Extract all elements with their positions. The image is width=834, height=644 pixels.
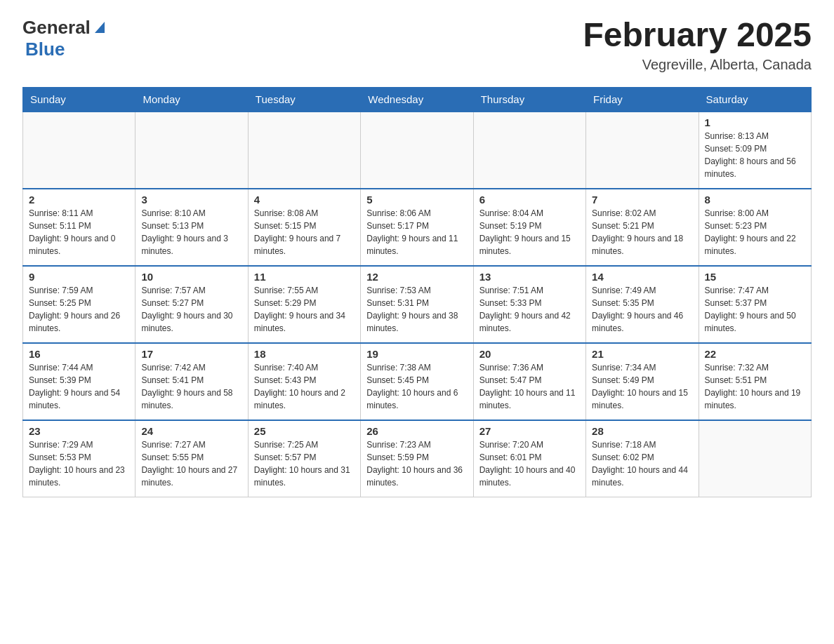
week-row-2: 2Sunrise: 8:11 AMSunset: 5:11 PMDaylight…: [23, 189, 812, 266]
calendar-cell: [23, 112, 135, 189]
column-header-sunday: Sunday: [23, 87, 135, 112]
day-info: Sunrise: 7:34 AMSunset: 5:49 PMDaylight:…: [592, 361, 692, 412]
calendar-cell: 14Sunrise: 7:49 AMSunset: 5:35 PMDayligh…: [586, 266, 699, 343]
column-header-wednesday: Wednesday: [361, 87, 473, 112]
calendar-cell: 21Sunrise: 7:34 AMSunset: 5:49 PMDayligh…: [586, 343, 699, 420]
header-row: SundayMondayTuesdayWednesdayThursdayFrid…: [23, 87, 812, 112]
day-number: 5: [366, 194, 467, 206]
day-info: Sunrise: 7:38 AMSunset: 5:45 PMDaylight:…: [366, 361, 467, 412]
day-number: 17: [141, 348, 241, 360]
day-number: 10: [141, 271, 241, 283]
day-number: 15: [705, 271, 805, 283]
day-info: Sunrise: 7:32 AMSunset: 5:51 PMDaylight:…: [705, 361, 805, 412]
calendar-cell: 8Sunrise: 8:00 AMSunset: 5:23 PMDaylight…: [699, 189, 811, 266]
calendar-cell: 25Sunrise: 7:25 AMSunset: 5:57 PMDayligh…: [248, 420, 360, 497]
calendar-cell: 3Sunrise: 8:10 AMSunset: 5:13 PMDaylight…: [135, 189, 248, 266]
day-number: 7: [592, 194, 692, 206]
day-info: Sunrise: 8:02 AMSunset: 5:21 PMDaylight:…: [592, 207, 692, 257]
calendar-cell: 11Sunrise: 7:55 AMSunset: 5:29 PMDayligh…: [248, 266, 360, 343]
day-number: 21: [592, 348, 692, 360]
day-number: 18: [254, 348, 355, 360]
day-number: 11: [254, 271, 355, 283]
calendar-cell: [361, 112, 473, 189]
day-number: 22: [705, 348, 805, 360]
calendar-cell: 16Sunrise: 7:44 AMSunset: 5:39 PMDayligh…: [23, 343, 135, 420]
calendar-cell: 24Sunrise: 7:27 AMSunset: 5:55 PMDayligh…: [135, 420, 248, 497]
day-info: Sunrise: 8:10 AMSunset: 5:13 PMDaylight:…: [141, 207, 241, 257]
calendar-cell: [699, 420, 811, 497]
day-number: 28: [592, 425, 692, 437]
calendar-cell: 17Sunrise: 7:42 AMSunset: 5:41 PMDayligh…: [135, 343, 248, 420]
day-info: Sunrise: 7:42 AMSunset: 5:41 PMDaylight:…: [141, 361, 241, 412]
calendar-cell: 13Sunrise: 7:51 AMSunset: 5:33 PMDayligh…: [473, 266, 585, 343]
calendar-cell: 27Sunrise: 7:20 AMSunset: 6:01 PMDayligh…: [473, 420, 585, 497]
day-info: Sunrise: 7:40 AMSunset: 5:43 PMDaylight:…: [254, 361, 355, 412]
calendar-cell: 4Sunrise: 8:08 AMSunset: 5:15 PMDaylight…: [248, 189, 360, 266]
calendar-cell: 19Sunrise: 7:38 AMSunset: 5:45 PMDayligh…: [361, 343, 473, 420]
calendar-cell: 12Sunrise: 7:53 AMSunset: 5:31 PMDayligh…: [361, 266, 473, 343]
day-info: Sunrise: 7:53 AMSunset: 5:31 PMDaylight:…: [366, 284, 467, 335]
day-info: Sunrise: 8:11 AMSunset: 5:11 PMDaylight:…: [29, 207, 129, 257]
title-area: February 2025 Vegreville, Alberta, Canad…: [583, 17, 812, 73]
calendar-cell: [586, 112, 699, 189]
calendar-table: SundayMondayTuesdayWednesdayThursdayFrid…: [22, 87, 812, 498]
day-number: 13: [479, 271, 580, 283]
calendar-cell: 9Sunrise: 7:59 AMSunset: 5:25 PMDaylight…: [23, 266, 135, 343]
calendar-cell: 10Sunrise: 7:57 AMSunset: 5:27 PMDayligh…: [135, 266, 248, 343]
column-header-monday: Monday: [135, 87, 248, 112]
day-info: Sunrise: 8:13 AMSunset: 5:09 PMDaylight:…: [705, 130, 805, 180]
svg-marker-0: [95, 22, 105, 33]
day-number: 23: [29, 425, 129, 437]
calendar-cell: 28Sunrise: 7:18 AMSunset: 6:02 PMDayligh…: [586, 420, 699, 497]
calendar-header: SundayMondayTuesdayWednesdayThursdayFrid…: [23, 87, 812, 112]
calendar-cell: 7Sunrise: 8:02 AMSunset: 5:21 PMDaylight…: [586, 189, 699, 266]
day-number: 3: [141, 194, 241, 206]
column-header-saturday: Saturday: [699, 87, 811, 112]
day-info: Sunrise: 7:51 AMSunset: 5:33 PMDaylight:…: [479, 284, 580, 335]
logo-blue-text: Blue: [25, 39, 65, 60]
day-info: Sunrise: 7:18 AMSunset: 6:02 PMDaylight:…: [592, 438, 692, 489]
day-number: 20: [479, 348, 580, 360]
calendar-cell: 23Sunrise: 7:29 AMSunset: 5:53 PMDayligh…: [23, 420, 135, 497]
day-info: Sunrise: 7:29 AMSunset: 5:53 PMDaylight:…: [29, 438, 129, 489]
calendar-cell: [135, 112, 248, 189]
calendar-cell: 2Sunrise: 8:11 AMSunset: 5:11 PMDaylight…: [23, 189, 135, 266]
day-info: Sunrise: 7:44 AMSunset: 5:39 PMDaylight:…: [29, 361, 129, 412]
day-number: 2: [29, 194, 129, 206]
logo-triangle-icon: [92, 19, 107, 34]
day-info: Sunrise: 8:04 AMSunset: 5:19 PMDaylight:…: [479, 207, 580, 257]
week-row-3: 9Sunrise: 7:59 AMSunset: 5:25 PMDaylight…: [23, 266, 812, 343]
day-info: Sunrise: 8:00 AMSunset: 5:23 PMDaylight:…: [705, 207, 805, 257]
column-header-thursday: Thursday: [473, 87, 585, 112]
location-text: Vegreville, Alberta, Canada: [583, 57, 812, 73]
page-header: General Blue February 2025 Vegreville, A…: [22, 17, 812, 73]
calendar-body: 1Sunrise: 8:13 AMSunset: 5:09 PMDaylight…: [23, 112, 812, 497]
day-number: 1: [705, 116, 805, 128]
day-number: 14: [592, 271, 692, 283]
day-info: Sunrise: 7:59 AMSunset: 5:25 PMDaylight:…: [29, 284, 129, 335]
day-number: 26: [366, 425, 467, 437]
week-row-4: 16Sunrise: 7:44 AMSunset: 5:39 PMDayligh…: [23, 343, 812, 420]
day-info: Sunrise: 7:23 AMSunset: 5:59 PMDaylight:…: [366, 438, 467, 489]
day-number: 4: [254, 194, 355, 206]
day-info: Sunrise: 7:25 AMSunset: 5:57 PMDaylight:…: [254, 438, 355, 489]
day-number: 6: [479, 194, 580, 206]
day-number: 12: [366, 271, 467, 283]
calendar-cell: 15Sunrise: 7:47 AMSunset: 5:37 PMDayligh…: [699, 266, 811, 343]
calendar-cell: [473, 112, 585, 189]
day-info: Sunrise: 7:47 AMSunset: 5:37 PMDaylight:…: [705, 284, 805, 335]
calendar-cell: 22Sunrise: 7:32 AMSunset: 5:51 PMDayligh…: [699, 343, 811, 420]
calendar-cell: 5Sunrise: 8:06 AMSunset: 5:17 PMDaylight…: [361, 189, 473, 266]
week-row-1: 1Sunrise: 8:13 AMSunset: 5:09 PMDaylight…: [23, 112, 812, 189]
day-number: 19: [366, 348, 467, 360]
day-info: Sunrise: 8:08 AMSunset: 5:15 PMDaylight:…: [254, 207, 355, 257]
day-info: Sunrise: 7:55 AMSunset: 5:29 PMDaylight:…: [254, 284, 355, 335]
day-number: 27: [479, 425, 580, 437]
day-number: 16: [29, 348, 129, 360]
day-number: 8: [705, 194, 805, 206]
day-info: Sunrise: 7:27 AMSunset: 5:55 PMDaylight:…: [141, 438, 241, 489]
calendar-cell: 18Sunrise: 7:40 AMSunset: 5:43 PMDayligh…: [248, 343, 360, 420]
logo: General Blue: [22, 17, 107, 60]
calendar-cell: 26Sunrise: 7:23 AMSunset: 5:59 PMDayligh…: [361, 420, 473, 497]
day-info: Sunrise: 8:06 AMSunset: 5:17 PMDaylight:…: [366, 207, 467, 257]
